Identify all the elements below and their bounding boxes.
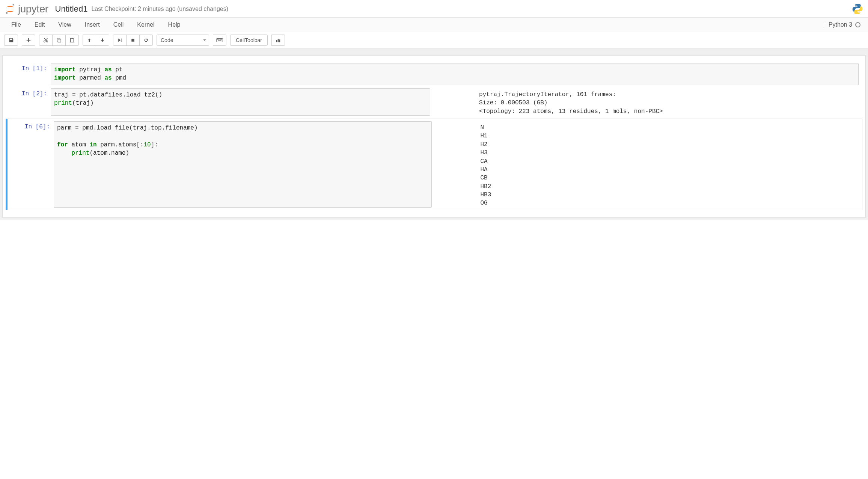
menubar: FileEditViewInsertCellKernelHelp Python … [0,18,868,32]
code-cell[interactable]: In [2]:traj = pt.datafiles.load_tz2() pr… [3,88,865,116]
chart-button[interactable] [271,35,285,46]
move-up-button[interactable] [83,35,96,46]
menu-help[interactable]: Help [161,18,187,32]
svg-rect-21 [279,39,280,42]
code-content[interactable]: import pytraj as pt import parmed as pmd [54,66,855,83]
kernel-name: Python 3 [829,21,852,28]
menu-cell[interactable]: Cell [107,18,131,32]
code-cell[interactable]: In [6]:parm = pmd.load_file(traj.top.fil… [6,119,862,210]
refresh-icon [143,38,149,43]
copy-button[interactable] [52,35,66,46]
svg-point-0 [12,4,14,6]
input-prompt: In [6]: [9,121,54,208]
output-prompt [434,88,479,116]
menu-insert[interactable]: Insert [78,18,107,32]
run-button[interactable] [113,35,127,46]
stop-icon [131,38,135,42]
cut-button[interactable] [39,35,53,46]
notebook: In [1]:import pytraj as pt import parmed… [2,55,866,217]
header: jupyter Untitled1 Last Checkpoint: 2 min… [0,0,868,18]
arrow-down-icon [100,38,105,42]
copy-icon [56,38,62,43]
toolbar: Code CellToolbar [0,32,868,48]
svg-point-4 [44,41,45,42]
checkpoint-status: Last Checkpoint: 2 minutes ago (unsaved … [91,6,228,12]
menu-kernel[interactable]: Kernel [130,18,161,32]
code-content[interactable]: traj = pt.datafiles.load_tz2() print(tra… [54,91,427,108]
svg-rect-17 [222,39,222,40]
svg-point-1 [6,12,8,14]
step-forward-icon [118,38,122,42]
input-prompt: In [2]: [6,88,51,116]
svg-rect-14 [219,39,220,40]
jupyter-logo-text: jupyter [18,3,48,15]
kernel-status-icon [855,22,860,27]
scissors-icon [43,38,48,43]
kernel-indicator[interactable]: Python 3 [824,21,863,28]
arrow-up-icon [87,38,92,42]
command-palette-button[interactable] [213,35,226,46]
save-icon [9,38,14,43]
svg-rect-16 [220,39,221,40]
add-cell-button[interactable] [22,35,35,46]
output-area: pytraj.TrajectoryIterator, 101 frames: S… [479,88,663,116]
svg-rect-12 [217,39,218,40]
jupyter-icon [5,3,16,15]
svg-rect-10 [131,39,134,42]
svg-rect-19 [276,40,277,42]
output-prompt [436,121,481,208]
code-cell[interactable]: In [1]:import pytraj as pt import parmed… [3,63,865,85]
save-button[interactable] [5,35,18,46]
svg-rect-9 [71,38,73,39]
svg-rect-18 [218,41,222,41]
interrupt-button[interactable] [126,35,140,46]
restart-button[interactable] [139,35,153,46]
paste-button[interactable] [65,35,79,46]
svg-point-3 [859,12,860,13]
svg-rect-13 [218,39,219,40]
svg-rect-20 [278,39,279,42]
input-area[interactable]: parm = pmd.load_file(traj.top.filename) … [54,121,432,208]
code-content[interactable]: parm = pmd.load_file(traj.top.filename) … [57,124,428,158]
svg-point-2 [856,5,857,6]
python-icon [851,3,863,15]
svg-point-5 [47,41,48,42]
menu-view[interactable]: View [51,18,78,32]
keyboard-icon [216,38,223,42]
menu-edit[interactable]: Edit [28,18,52,32]
input-area[interactable]: import pytraj as pt import parmed as pmd [51,63,859,85]
svg-rect-11 [217,39,223,42]
cell-type-select[interactable]: Code [157,35,209,46]
plus-icon [26,38,31,43]
input-prompt: In [1]: [6,63,51,85]
cell-toolbar-button[interactable]: CellToolbar [230,35,268,46]
jupyter-logo[interactable]: jupyter [5,3,48,15]
output-area: N H1 H2 H3 CA HA CB HB2 HB3 OG [481,121,491,208]
bar-chart-icon [276,38,281,43]
menu-file[interactable]: File [5,18,28,32]
notebook-container: In [1]:import pytraj as pt import parmed… [0,48,868,220]
svg-rect-7 [58,39,61,42]
paste-icon [69,38,75,43]
move-down-button[interactable] [96,35,109,46]
notebook-name[interactable]: Untitled1 [55,4,88,14]
svg-rect-15 [220,39,220,40]
input-area[interactable]: traj = pt.datafiles.load_tz2() print(tra… [51,88,430,116]
